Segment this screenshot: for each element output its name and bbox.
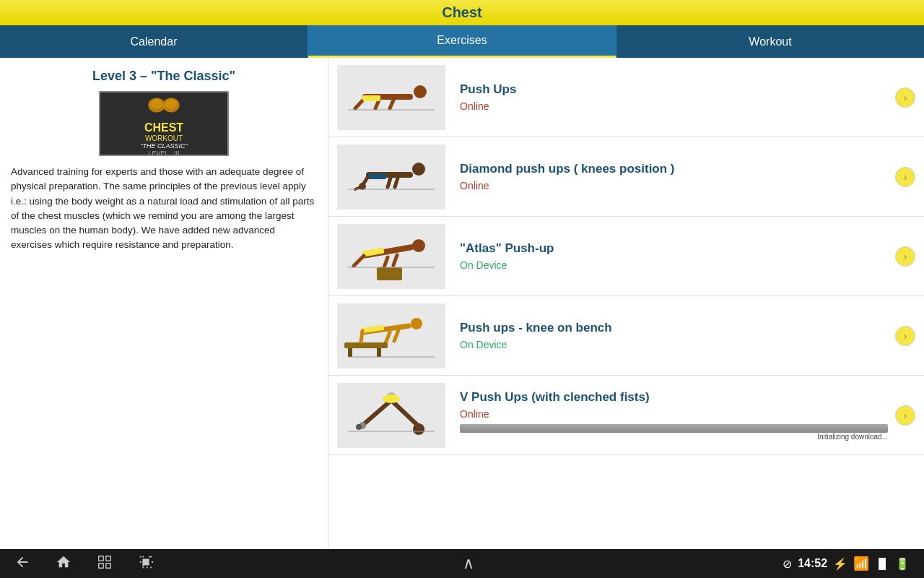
image-workout-label: WORKOUT (140, 134, 187, 142)
exercise-item[interactable]: Push ups - knee on bench On Device › (328, 296, 924, 376)
bottom-nav: ∧ ⊘ 14:52 ⚡ 📶 ▐▌ 🔋 (0, 549, 924, 578)
svg-point-42 (383, 394, 400, 403)
exercise-thumbnail (337, 224, 445, 289)
exercise-status: On Device (460, 259, 888, 271)
level-title: Level 3 – "The Classic" (11, 69, 317, 84)
tab-workout[interactable]: Workout (616, 25, 924, 58)
svg-line-32 (394, 330, 398, 341)
system-clock: 14:52 (798, 557, 827, 570)
back-icon (14, 554, 30, 570)
svg-line-31 (385, 332, 390, 343)
svg-point-11 (412, 163, 425, 176)
svg-line-41 (364, 400, 391, 424)
screenshot-icon (138, 554, 154, 570)
exercise-thumbnail (337, 383, 445, 448)
block-icon: ⊘ (783, 557, 792, 571)
exercise-info: Diamond push ups ( knees position ) Onli… (460, 162, 888, 191)
exercise-name: Push ups - knee on bench (460, 321, 888, 335)
tab-calendar[interactable]: Calendar (0, 25, 308, 58)
download-status-text: Initializing download... (460, 433, 888, 441)
battery-icon: 🔋 (895, 557, 910, 571)
exercise-thumbnail (337, 65, 445, 130)
knee-bench-figure (341, 305, 442, 366)
svg-rect-25 (377, 267, 402, 280)
exercise-list: Push Ups Online › (328, 58, 924, 549)
up-button[interactable]: ∧ (463, 554, 474, 573)
exercise-item[interactable]: Push Ups Online › (328, 58, 924, 137)
atlas-pushup-figure (341, 225, 442, 287)
svg-line-36 (361, 331, 362, 342)
exercise-thumbnail (337, 144, 445, 210)
exercise-name: V Push Ups (with clenched fists) (460, 390, 888, 405)
chevron-right-icon[interactable]: › (895, 326, 915, 346)
svg-rect-34 (348, 348, 352, 357)
exercise-name: Diamond push ups ( knees position ) (460, 162, 888, 176)
exercise-info: Push ups - knee on bench On Device (460, 321, 888, 350)
exercise-item[interactable]: V Push Ups (with clenched fists) Online … (328, 376, 924, 455)
chest-muscle-icon (146, 91, 182, 120)
tab-exercises[interactable]: Exercises (308, 25, 616, 58)
v-pushups-figure (341, 384, 442, 446)
recent-apps-button[interactable] (97, 554, 113, 574)
level-description: Advanced training for experts and those … (11, 165, 317, 253)
tab-bar: Calendar Exercises Workout (0, 25, 924, 58)
chevron-right-icon[interactable]: › (895, 405, 915, 426)
image-classic-label: "THE CLASSIC" (140, 142, 187, 150)
exercise-status: On Device (460, 339, 888, 350)
level-image: CHEST WORKOUT "THE CLASSIC" LEVEL_ III (99, 91, 229, 156)
app-title: Chest (442, 4, 482, 21)
app-header: Chest (0, 0, 924, 25)
pushups-figure (341, 66, 442, 128)
exercise-thumbnail (337, 303, 445, 368)
chevron-right-icon[interactable]: › (895, 167, 915, 187)
exercise-status: Online (460, 180, 888, 191)
download-progress-bar (460, 424, 888, 433)
exercise-info: V Push Ups (with clenched fists) Online … (460, 390, 888, 441)
svg-point-3 (165, 99, 178, 108)
exercise-name: Push Ups (460, 82, 888, 97)
screenshot-button[interactable] (138, 554, 154, 574)
svg-rect-49 (99, 563, 103, 567)
svg-point-2 (151, 99, 163, 108)
svg-point-28 (411, 318, 422, 329)
svg-rect-33 (344, 342, 388, 348)
svg-line-23 (384, 257, 388, 267)
exercise-item[interactable]: "Atlas" Push-up On Device › (328, 217, 924, 296)
exercise-item[interactable]: Diamond push ups ( knees position ) Onli… (328, 137, 924, 217)
svg-point-45 (416, 425, 424, 434)
home-button[interactable] (56, 554, 71, 574)
main-content: Level 3 – "The Classic" CHEST WORKOUT "T… (0, 58, 924, 549)
signal-icon: ▐▌ (875, 558, 889, 569)
svg-rect-35 (377, 348, 381, 357)
image-level-label: LEVEL_ III (140, 150, 187, 157)
download-progress-wrapper: Initializing download... (460, 424, 888, 441)
download-bar-fill (460, 424, 888, 433)
back-button[interactable] (14, 554, 30, 574)
exercise-info: "Atlas" Push-up On Device (460, 241, 888, 271)
bluetooth-icon: ⚡ (833, 557, 847, 571)
svg-line-24 (393, 255, 397, 265)
svg-rect-47 (99, 556, 103, 560)
diamond-pushups-figure (341, 146, 442, 207)
svg-rect-9 (362, 95, 380, 101)
chevron-right-icon[interactable]: › (895, 87, 915, 108)
exercise-status: Online (460, 100, 888, 112)
svg-point-5 (414, 85, 427, 98)
svg-line-26 (354, 256, 364, 266)
exercise-status: Online (460, 408, 888, 420)
svg-point-44 (356, 424, 362, 430)
image-chest-label: CHEST (140, 121, 187, 134)
chevron-right-icon[interactable]: › (895, 246, 915, 267)
svg-rect-48 (106, 556, 110, 560)
home-icon (56, 554, 71, 570)
wifi-icon: 📶 (853, 556, 869, 571)
svg-line-40 (391, 400, 419, 426)
exercise-info: Push Ups Online (460, 82, 888, 112)
nav-left-controls (14, 554, 154, 574)
nav-right-status: ⊘ 14:52 ⚡ 📶 ▐▌ 🔋 (783, 556, 910, 571)
exercise-name: "Atlas" Push-up (460, 241, 888, 256)
svg-point-20 (412, 239, 425, 252)
svg-rect-50 (106, 563, 110, 567)
left-panel: Level 3 – "The Classic" CHEST WORKOUT "T… (0, 58, 328, 549)
nav-center-controls: ∧ (463, 554, 474, 573)
